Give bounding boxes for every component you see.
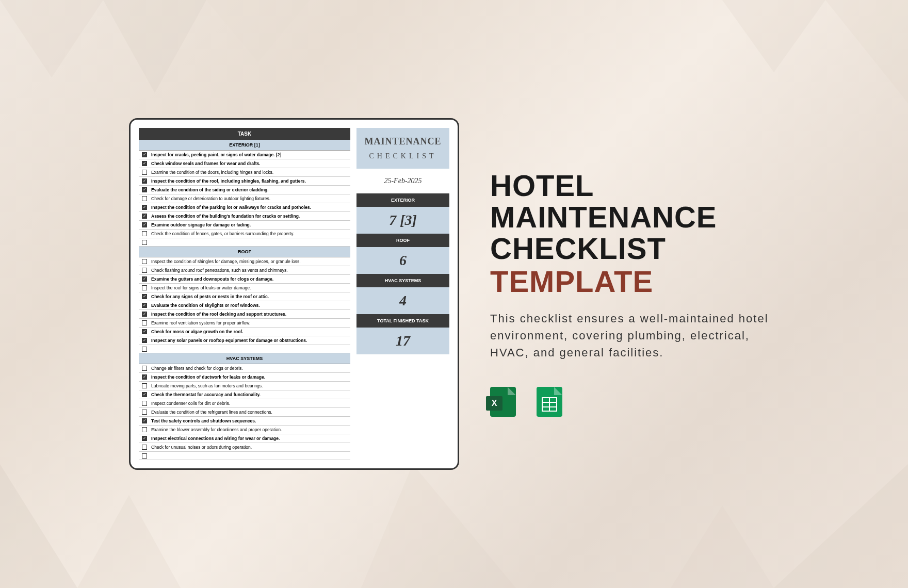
task-checkbox[interactable]: ✓ [142, 392, 147, 397]
task-checkbox[interactable]: ✓ [142, 276, 147, 282]
task-text: Check for damage or deterioration to out… [151, 196, 347, 201]
task-row: Examine the condition of the doors, incl… [139, 168, 350, 177]
task-row: ✓Inspect the condition of the roof, incl… [139, 177, 350, 186]
task-row: ✓Evaluate the condition of the siding or… [139, 186, 350, 194]
task-text: Inspect any solar panels or rooftop equi… [151, 338, 347, 343]
section-header: ROOF [139, 247, 350, 257]
task-checkbox[interactable]: ✓ [142, 303, 147, 308]
task-row: Lubricate moving parts, such as fan moto… [139, 382, 350, 390]
task-text: Inspect the condition of the roof deckin… [151, 312, 347, 317]
task-row: ✓Inspect the condition of the roof decki… [139, 310, 350, 319]
task-checkbox[interactable]: ✓ [142, 436, 147, 441]
task-checkbox[interactable]: ✓ [142, 329, 147, 334]
stat-label: TOTAL FINISHED TASK [356, 314, 449, 328]
stat-label: EXTERIOR [356, 193, 449, 207]
date-display: 25-Feb-2025 [356, 173, 449, 189]
task-checkbox[interactable]: ✓ [142, 205, 147, 210]
task-checkbox[interactable] [142, 268, 147, 273]
task-text: Check for moss or algae growth on the ro… [151, 329, 347, 334]
stat-label: ROOF [356, 234, 449, 247]
task-row: ✓Inspect the condition of the parking lo… [139, 203, 350, 212]
task-text: Inspect the roof for signs of leaks or w… [151, 285, 347, 290]
task-row: Change air filters and check for clogs o… [139, 364, 350, 373]
task-checkbox[interactable] [142, 445, 147, 450]
task-checkbox[interactable] [142, 410, 147, 415]
task-row: ✓Check window seals and frames for wear … [139, 159, 350, 168]
task-row: Inspect condenser coils for dirt or debr… [139, 399, 350, 408]
description-panel: HOTEL MAINTENANCE CHECKLIST TEMPLATE Thi… [490, 170, 779, 418]
task-row: ✓Examine outdoor signage for damage or f… [139, 221, 350, 230]
task-row: Check flashing around roof penetrations,… [139, 266, 350, 275]
task-checkbox[interactable] [142, 366, 147, 371]
task-checkbox[interactable]: ✓ [142, 161, 147, 166]
task-checkbox[interactable]: ✓ [142, 152, 147, 157]
task-checkbox[interactable] [142, 259, 147, 264]
task-row: ✓Inspect the condition of ductwork for l… [139, 373, 350, 382]
task-checkbox[interactable]: ✓ [142, 418, 147, 423]
task-text: Check for any signs of pests or nests in… [151, 294, 347, 299]
task-text: Check for unusual noises or odors during… [151, 445, 347, 450]
task-text: Inspect the condition of the roof, inclu… [151, 178, 347, 184]
stat-value: 7 [3] [356, 207, 449, 234]
sidebar-column: MAINTENANCE CHECKLIST 25-Feb-2025 EXTERI… [356, 128, 449, 460]
task-checkbox[interactable]: ✓ [142, 187, 147, 192]
task-row: ✓Check for any signs of pests or nests i… [139, 292, 350, 301]
task-checkbox[interactable]: ✓ [142, 294, 147, 299]
app-icons-row: X [490, 387, 779, 418]
task-checkbox[interactable] [142, 196, 147, 201]
task-row: Examine the blower assembly for cleanlin… [139, 426, 350, 434]
task-checkbox[interactable] [142, 427, 147, 432]
checklist-word: CHECKLIST [361, 152, 445, 160]
task-checkbox[interactable] [142, 285, 147, 290]
task-row: ✓Inspect any solar panels or rooftop equ… [139, 336, 350, 345]
task-checkbox[interactable]: ✓ [142, 214, 147, 219]
task-row: ✓Inspect for cracks, peeling paint, or s… [139, 151, 350, 159]
task-text: Change air filters and check for clogs o… [151, 366, 347, 371]
task-text: Examine roof ventilation systems for pro… [151, 320, 347, 325]
task-text: Evaluate the condition of the refrigeran… [151, 410, 347, 415]
stat-value: 17 [356, 328, 449, 354]
task-text: Examine outdoor signage for damage or fa… [151, 222, 347, 227]
task-header: TASK [139, 128, 350, 140]
task-text: Inspect for cracks, peeling paint, or si… [151, 152, 347, 157]
task-row: Check the condition of fences, gates, or… [139, 230, 350, 238]
task-row: ✓Test the safety controls and shutdown s… [139, 417, 350, 426]
task-text: Check the thermostat for accuracy and fu… [151, 392, 347, 397]
task-checkbox[interactable]: ✓ [142, 374, 147, 380]
task-checkbox[interactable] [142, 320, 147, 325]
task-checkbox[interactable]: ✓ [142, 178, 147, 184]
task-row: Check for damage or deterioration to out… [139, 194, 350, 203]
task-checkbox[interactable]: ✓ [142, 338, 147, 343]
task-text: Inspect electrical connections and wirin… [151, 436, 347, 441]
task-checkbox[interactable] [142, 170, 147, 175]
task-row: ✓Inspect electrical connections and wiri… [139, 434, 350, 443]
maintenance-title-box: MAINTENANCE CHECKLIST [356, 128, 449, 169]
task-checkbox[interactable] [142, 240, 147, 245]
task-column: TASK EXTERIOR [1]✓Inspect for cracks, pe… [139, 128, 350, 460]
section-header: EXTERIOR [1] [139, 140, 350, 151]
task-checkbox[interactable] [142, 453, 147, 459]
task-row: Examine roof ventilation systems for pro… [139, 319, 350, 328]
task-text: Inspect condenser coils for dirt or debr… [151, 401, 347, 406]
task-row [139, 238, 350, 247]
checklist-card: TASK EXTERIOR [1]✓Inspect for cracks, pe… [129, 118, 459, 470]
task-text: Evaluate the condition of skylights or r… [151, 303, 347, 308]
task-row: Check for unusual noises or odors during… [139, 443, 350, 452]
task-row [139, 345, 350, 353]
title-line-2: MAINTENANCE [490, 200, 717, 234]
section-header: HVAC SYSTEMS [139, 353, 350, 364]
task-checkbox[interactable]: ✓ [142, 312, 147, 317]
task-text: Assess the condition of the building's f… [151, 214, 347, 219]
task-row: Evaluate the condition of the refrigeran… [139, 408, 350, 417]
task-text: Examine the blower assembly for cleanlin… [151, 427, 347, 432]
task-checkbox[interactable] [142, 383, 147, 388]
description-text: This checklist ensures a well-maintained… [490, 310, 779, 361]
task-checkbox[interactable] [142, 231, 147, 236]
task-text: Check the condition of fences, gates, or… [151, 231, 347, 236]
task-checkbox[interactable] [142, 401, 147, 406]
task-text: Check window seals and frames for wear a… [151, 161, 347, 166]
task-checkbox[interactable]: ✓ [142, 222, 147, 227]
sheets-icon [537, 387, 568, 418]
task-checkbox[interactable] [142, 347, 147, 352]
task-row: Inspect the roof for signs of leaks or w… [139, 284, 350, 292]
